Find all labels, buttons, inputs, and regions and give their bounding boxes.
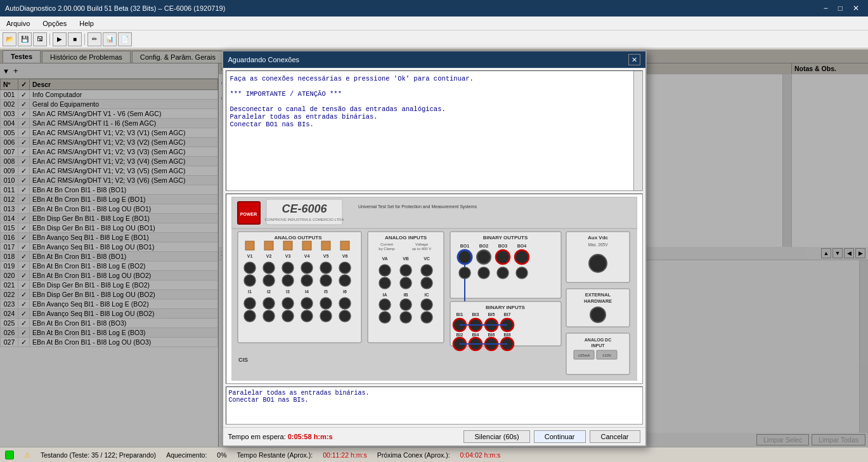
svg-text:V5: V5	[323, 254, 328, 258]
menu-bar: Arquivo Opções Help	[0, 16, 868, 30]
svg-text:V4: V4	[304, 254, 309, 258]
svg-point-70	[400, 299, 411, 310]
modal-text-content: Faça as conexões necessárias e pressione…	[230, 75, 638, 128]
svg-text:HARDWARE: HARDWARE	[583, 298, 611, 304]
toolbar-play[interactable]: ▶	[53, 32, 67, 46]
modal-dialog: Aguardando Conexões ✕ Faça as conexões n…	[222, 50, 647, 447]
toolbar-edit[interactable]: ✏	[87, 32, 101, 46]
svg-rect-75	[450, 232, 561, 298]
svg-text:CONPROVE INDUSTRIA E COMERCIO : CONPROVE INDUSTRIA E COMERCIO LTDA	[264, 218, 344, 221]
svg-text:BINARY INPUTS: BINARY INPUTS	[486, 305, 525, 310]
modal-title-bar: Aguardando Conexões ✕	[223, 51, 645, 68]
svg-text:CIS: CIS	[238, 357, 248, 363]
svg-point-41	[282, 298, 294, 309]
svg-rect-13	[321, 241, 330, 250]
svg-point-27	[244, 275, 256, 286]
log-line-1: Paralelar todas as entradas binárias.	[229, 390, 640, 397]
svg-point-64	[400, 277, 411, 289]
svg-point-83	[496, 250, 510, 264]
svg-text:BI3: BI3	[472, 312, 479, 317]
svg-text:I1: I1	[248, 289, 252, 294]
toolbar-chart[interactable]: 📊	[103, 32, 117, 46]
svg-point-69	[379, 299, 391, 310]
restore-button[interactable]: □	[834, 3, 846, 14]
svg-point-40	[263, 298, 275, 309]
svg-text:BO4: BO4	[517, 244, 526, 248]
title-bar-controls: − □ ✕	[820, 3, 863, 14]
minimize-button[interactable]: −	[820, 3, 832, 14]
svg-point-43	[320, 298, 332, 309]
svg-text:V3: V3	[285, 254, 290, 258]
svg-point-30	[301, 275, 313, 286]
svg-text:up to 600 V: up to 600 V	[411, 247, 431, 251]
svg-text:ANALOG INPUTS: ANALOG INPUTS	[384, 235, 427, 241]
svg-point-88	[497, 267, 508, 279]
toolbar-stop[interactable]: ■	[68, 32, 82, 46]
svg-text:BO1: BO1	[460, 244, 469, 248]
svg-text:BI5: BI5	[488, 312, 495, 317]
modal-close-button[interactable]: ✕	[628, 54, 640, 65]
svg-point-62	[421, 265, 432, 276]
svg-text:BI7: BI7	[503, 312, 510, 317]
modal-title: Aguardando Conexões	[228, 56, 300, 63]
toolbar: 📂 💾 🖫 ▶ ■ ✏ 📊 📄	[0, 30, 868, 48]
toolbar-save2[interactable]: 🖫	[33, 32, 47, 46]
silence-button[interactable]: Silenciar (60s)	[463, 430, 529, 443]
toolbar-save[interactable]: 💾	[18, 32, 32, 46]
svg-point-50	[339, 310, 351, 322]
svg-point-45	[244, 310, 256, 322]
modal-text-area: Faça as conexões necessárias e pressione…	[226, 70, 643, 191]
svg-text:BINARY OUTPUTS: BINARY OUTPUTS	[483, 235, 528, 241]
svg-point-87	[478, 267, 489, 279]
menu-help[interactable]: Help	[75, 18, 98, 29]
svg-text:BI1: BI1	[456, 312, 463, 317]
svg-text:Current: Current	[380, 242, 392, 246]
svg-rect-14	[340, 241, 349, 250]
toolbar-doc[interactable]: 📄	[118, 32, 132, 46]
cancel-button[interactable]: Cancelar	[590, 430, 640, 443]
svg-point-46	[263, 310, 275, 322]
ce6006-diagram: POWER CE-6006 CONPROVE INDUSTRIA E COMER…	[231, 197, 637, 381]
svg-text:BI6: BI6	[488, 333, 495, 337]
modal-footer: Tempo em espera: 0:05:58 h:m:s Silenciar…	[223, 427, 645, 446]
close-button[interactable]: ✕	[849, 3, 863, 14]
svg-point-72	[379, 312, 391, 323]
svg-text:BI2: BI2	[456, 333, 463, 337]
svg-point-48	[301, 310, 313, 322]
svg-text:±10V: ±10V	[602, 353, 611, 357]
svg-text:Universal Test Set for Protect: Universal Test Set for Protection and Me…	[358, 204, 477, 209]
svg-text:INPUT: INPUT	[591, 343, 605, 348]
svg-rect-10	[264, 241, 273, 250]
timer-label: Tempo em espera:	[228, 433, 286, 440]
svg-text:IB: IB	[403, 293, 408, 297]
svg-text:±25mA: ±25mA	[578, 353, 590, 357]
svg-text:V1: V1	[247, 254, 252, 258]
svg-point-117	[590, 307, 606, 322]
svg-point-89	[516, 267, 528, 279]
menu-opcoes[interactable]: Opções	[39, 18, 70, 29]
log-line-2: Conectar BO1 nas BIs.	[229, 397, 640, 404]
svg-text:Aux Vdc: Aux Vdc	[587, 235, 608, 241]
svg-text:VC: VC	[424, 256, 430, 261]
svg-text:EXTERNAL: EXTERNAL	[585, 292, 611, 298]
svg-point-24	[301, 262, 313, 274]
modal-overlay: Aguardando Conexões ✕ Faça as conexões n…	[0, 50, 868, 447]
svg-text:IC: IC	[424, 293, 429, 297]
continue-button[interactable]: Continuar	[534, 430, 586, 443]
svg-point-25	[320, 262, 332, 274]
svg-text:by Clamp: by Clamp	[379, 247, 395, 251]
svg-point-113	[589, 254, 607, 272]
svg-rect-9	[245, 241, 254, 250]
svg-text:ANALOG OUTPUTS: ANALOG OUTPUTS	[274, 235, 322, 241]
svg-text:BI8: BI8	[503, 333, 510, 337]
svg-point-44	[339, 298, 351, 309]
svg-point-28	[263, 275, 275, 286]
svg-rect-11	[283, 241, 292, 250]
toolbar-open[interactable]: 📂	[3, 32, 16, 46]
svg-point-26	[339, 262, 351, 274]
svg-point-84	[515, 250, 529, 264]
svg-point-31	[320, 275, 332, 286]
svg-point-22	[263, 262, 275, 274]
modal-text-scrollbar[interactable]	[633, 71, 642, 190]
menu-arquivo[interactable]: Arquivo	[3, 18, 34, 29]
